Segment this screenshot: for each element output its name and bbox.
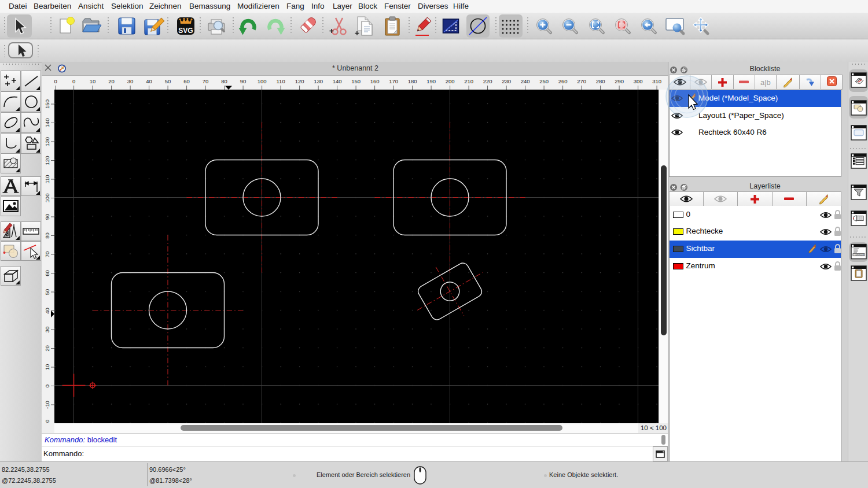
svg-text:20: 20 bbox=[108, 78, 115, 84]
svg-text:70: 70 bbox=[44, 251, 50, 257]
svg-text:90: 90 bbox=[240, 78, 247, 84]
svg-text:0: 0 bbox=[54, 78, 57, 84]
svg-text:0: 0 bbox=[72, 78, 75, 84]
svg-text:80: 80 bbox=[221, 78, 227, 84]
svg-text:10: 10 bbox=[44, 364, 50, 370]
svg-text:210: 210 bbox=[464, 78, 473, 84]
svg-text:250: 250 bbox=[539, 78, 549, 84]
svg-text:220: 220 bbox=[483, 78, 492, 84]
svg-text:160: 160 bbox=[370, 78, 380, 84]
svg-text:120: 120 bbox=[44, 156, 50, 165]
svg-text:30: 30 bbox=[127, 78, 134, 84]
svg-text:180: 180 bbox=[408, 78, 417, 84]
svg-text:240: 240 bbox=[521, 78, 530, 84]
svg-text:70: 70 bbox=[203, 78, 209, 84]
svg-text:140: 140 bbox=[44, 118, 50, 127]
svg-text:120: 120 bbox=[295, 78, 304, 84]
svg-text:290: 290 bbox=[615, 78, 624, 84]
svg-text:310: 310 bbox=[652, 78, 661, 84]
svg-text:110: 110 bbox=[44, 175, 50, 183]
svg-text:20: 20 bbox=[44, 345, 50, 352]
svg-text:0: 0 bbox=[44, 384, 50, 387]
svg-text:60: 60 bbox=[44, 270, 50, 276]
svg-text:40: 40 bbox=[44, 308, 50, 314]
svg-text:130: 130 bbox=[44, 137, 50, 146]
svg-text:260: 260 bbox=[558, 78, 568, 84]
svg-text:-10: -10 bbox=[44, 401, 50, 409]
svg-text:90: 90 bbox=[44, 213, 50, 220]
svg-text:40: 40 bbox=[146, 78, 152, 84]
svg-text:30: 30 bbox=[44, 326, 50, 332]
svg-text:110: 110 bbox=[277, 78, 285, 84]
svg-text:300: 300 bbox=[634, 78, 643, 84]
svg-text:50: 50 bbox=[165, 78, 171, 84]
svg-text:-20: -20 bbox=[44, 419, 50, 423]
svg-text:170: 170 bbox=[389, 78, 398, 84]
svg-text:60: 60 bbox=[183, 78, 190, 84]
svg-text:10: 10 bbox=[90, 78, 96, 84]
svg-text:150: 150 bbox=[44, 99, 50, 109]
svg-text:SVG: SVG bbox=[178, 27, 193, 35]
svg-text:100: 100 bbox=[44, 193, 50, 202]
svg-text:270: 270 bbox=[577, 78, 586, 84]
svg-text:50: 50 bbox=[44, 289, 50, 295]
svg-text:80: 80 bbox=[44, 232, 50, 239]
svg-text:190: 190 bbox=[426, 78, 436, 84]
svg-text:280: 280 bbox=[596, 78, 605, 84]
svg-text:130: 130 bbox=[314, 78, 323, 84]
svg-text:100: 100 bbox=[258, 78, 267, 84]
svg-text:150: 150 bbox=[351, 78, 361, 84]
svg-text:command: command bbox=[855, 254, 864, 256]
svg-text:140: 140 bbox=[333, 78, 342, 84]
svg-text:200: 200 bbox=[446, 78, 455, 84]
svg-text:230: 230 bbox=[502, 78, 511, 84]
